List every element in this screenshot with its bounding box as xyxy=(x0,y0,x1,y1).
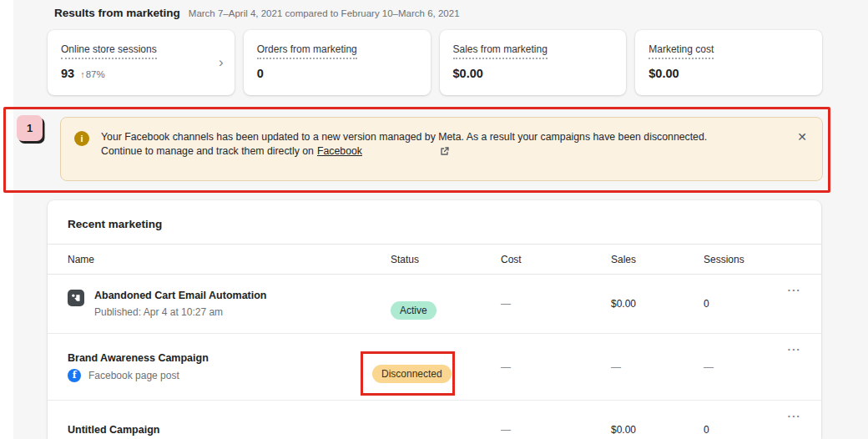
info-icon: i xyxy=(74,131,89,146)
close-icon[interactable]: ✕ xyxy=(795,129,809,145)
automation-app-icon xyxy=(68,290,84,306)
metric-card-orders-from-marketing[interactable]: Orders from marketing 0 xyxy=(244,30,431,95)
sessions-value: — xyxy=(704,361,776,373)
column-header-sessions: Sessions xyxy=(704,254,776,265)
campaign-subtitle: Facebook page post xyxy=(88,370,179,381)
banner-message-line1: Your Facebook channels has been updated … xyxy=(101,130,707,144)
column-header-cost: Cost xyxy=(501,254,611,265)
metric-label: Marketing cost xyxy=(648,43,714,59)
campaign-subtitle: Published: Apr 4 at 10:27 am xyxy=(94,306,267,318)
status-badge-active: Active xyxy=(391,301,437,320)
sessions-value: 0 xyxy=(704,298,776,310)
metric-cards-row: Online store sessions 93 ↑87% › Orders f… xyxy=(48,30,822,95)
campaign-name-link[interactable]: Brand Awareness Campaign xyxy=(68,352,391,364)
banner-message: Your Facebook channels has been updated … xyxy=(101,130,707,180)
page-title: Results from marketing xyxy=(54,7,180,19)
date-range-label: March 7–April 4, 2021 compared to Februa… xyxy=(189,8,460,18)
table-header-row: Name Status Cost Sales Sessions xyxy=(48,244,821,275)
recent-marketing-card: Recent marketing Name Status Cost Sales … xyxy=(48,200,821,439)
facebook-icon: f xyxy=(68,369,81,382)
cost-value: — xyxy=(501,298,611,310)
row-overflow-menu-icon[interactable]: ••• xyxy=(788,344,801,355)
row-overflow-menu-icon[interactable]: ••• xyxy=(788,411,801,421)
metric-value: 0 xyxy=(257,67,264,80)
sessions-value: 0 xyxy=(704,424,776,436)
table-row[interactable]: Brand Awareness Campaign f Facebook page… xyxy=(48,334,821,401)
metric-label: Orders from marketing xyxy=(257,43,357,59)
metric-delta: ↑87% xyxy=(80,69,105,79)
metric-card-marketing-cost[interactable]: Marketing cost $0.00 xyxy=(635,30,822,95)
metric-label: Online store sessions xyxy=(61,43,157,59)
column-header-sales: Sales xyxy=(611,254,704,265)
banner-message-line2: Continue to manage and track them direct… xyxy=(101,144,314,159)
sales-value: $0.00 xyxy=(611,298,704,310)
sales-value: — xyxy=(611,361,704,373)
increase-arrow-icon: ↑ xyxy=(80,69,85,79)
sales-value: $0.00 xyxy=(611,424,704,436)
metric-value: 93 xyxy=(61,67,74,80)
campaign-name-link[interactable]: Untitled Campaign xyxy=(68,424,391,436)
annotation-marker-1: 1 xyxy=(17,115,43,141)
table-row[interactable]: Untitled Campaign — $0.00 0 ••• xyxy=(48,401,821,439)
metric-delta-value: 87% xyxy=(86,69,105,79)
metric-value: $0.00 xyxy=(453,67,483,80)
metric-label: Sales from marketing xyxy=(453,43,548,59)
row-overflow-menu-icon[interactable]: ••• xyxy=(788,285,801,295)
table-row[interactable]: Abandoned Cart Email Automation Publishe… xyxy=(48,275,821,334)
recent-marketing-title: Recent marketing xyxy=(48,200,821,244)
cost-value: — xyxy=(501,361,611,373)
column-header-status: Status xyxy=(391,254,501,265)
results-header: Results from marketing March 7–April 4, … xyxy=(54,7,460,19)
column-header-name: Name xyxy=(68,254,391,265)
external-link-icon[interactable] xyxy=(439,146,450,157)
status-badge-disconnected: Disconnected xyxy=(372,365,452,383)
campaign-name-link[interactable]: Abandoned Cart Email Automation xyxy=(94,290,267,301)
facebook-update-banner: i Your Facebook channels has been update… xyxy=(60,117,823,181)
metric-value: $0.00 xyxy=(648,67,679,80)
cost-value: — xyxy=(501,424,611,436)
metric-card-sales-from-marketing[interactable]: Sales from marketing $0.00 xyxy=(440,30,627,95)
metric-card-online-store-sessions[interactable]: Online store sessions 93 ↑87% › xyxy=(48,30,235,95)
facebook-link[interactable]: Facebook xyxy=(317,144,362,159)
chevron-right-icon[interactable]: › xyxy=(219,55,224,69)
